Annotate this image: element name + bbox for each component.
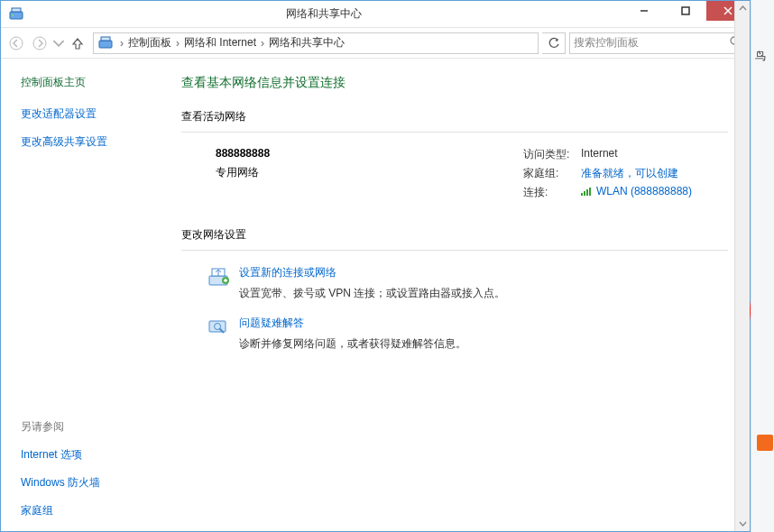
network-name: 888888888 — [216, 147, 270, 160]
sidebar-link-sharing[interactable]: 更改高级共享设置 — [21, 134, 181, 150]
svg-point-7 — [10, 37, 23, 50]
nav-back-button[interactable] — [5, 32, 27, 54]
chevron-right-icon: › — [117, 37, 126, 50]
breadcrumb-bar[interactable]: › 控制面板 › 网络和 Internet › 网络和共享中心 — [93, 32, 539, 54]
svg-rect-20 — [209, 321, 226, 332]
connection-name: WLAN (888888888) — [596, 185, 692, 197]
search-input[interactable]: 搜索控制面板 — [569, 32, 746, 54]
minimize-button[interactable] — [623, 1, 665, 21]
troubleshoot-link[interactable]: 问题疑难解答 — [239, 316, 466, 331]
svg-rect-13 — [581, 193, 583, 196]
background-orange-icon — [757, 435, 773, 451]
svg-rect-9 — [99, 41, 112, 48]
setup-connection-link[interactable]: 设置新的连接或网络 — [239, 265, 505, 280]
refresh-button[interactable] — [542, 32, 566, 54]
window-title: 网络和共享中心 — [24, 6, 623, 22]
network-type: 专用网络 — [216, 165, 270, 180]
titlebar: 网络和共享中心 — [1, 1, 750, 28]
search-placeholder: 搜索控制面板 — [574, 35, 639, 50]
breadcrumb-item[interactable]: 控制面板 — [126, 35, 173, 50]
chevron-right-icon: › — [258, 37, 267, 50]
sidebar-link-internet-options[interactable]: Internet 选项 — [21, 447, 181, 463]
chevron-right-icon: › — [173, 37, 182, 50]
svg-rect-14 — [584, 191, 585, 196]
sidebar: 控制面板主页 更改适配器设置 更改高级共享设置 另请参阅 Internet 选项… — [1, 59, 181, 531]
access-type-label: 访问类型: — [523, 147, 581, 162]
svg-rect-16 — [589, 188, 591, 196]
scroll-down-button[interactable] — [735, 516, 751, 531]
scroll-track[interactable] — [735, 16, 750, 516]
svg-rect-1 — [12, 8, 21, 12]
breadcrumb-item[interactable]: 网络和 Internet — [182, 35, 258, 50]
sidebar-link-adapter[interactable]: 更改适配器设置 — [21, 106, 181, 122]
connection-link[interactable]: WLAN (888888888) — [581, 185, 692, 200]
svg-point-8 — [33, 37, 46, 50]
active-network-block: 888888888 专用网络 访问类型: Internet 家庭组: 准备就绪，… — [181, 147, 728, 204]
body: 控制面板主页 更改适配器设置 更改高级共享设置 另请参阅 Internet 选项… — [1, 59, 750, 531]
svg-rect-10 — [101, 37, 110, 41]
wifi-signal-icon — [581, 187, 593, 199]
homegroup-label: 家庭组: — [523, 166, 581, 181]
setup-connection-desc: 设置宽带、拨号或 VPN 连接；或设置路由器或接入点。 — [239, 286, 505, 301]
toolbar: › 控制面板 › 网络和 Internet › 网络和共享中心 搜索控制面板 — [1, 28, 750, 59]
nav-up-button[interactable] — [67, 32, 88, 54]
page-heading: 查看基本网络信息并设置连接 — [181, 75, 728, 91]
troubleshoot-icon — [207, 316, 230, 339]
access-type-value: Internet — [581, 147, 618, 162]
sidebar-link-homegroup[interactable]: 家庭组 — [21, 503, 181, 518]
scroll-up-button[interactable] — [735, 1, 751, 16]
homegroup-link[interactable]: 准备就绪，可以创建 — [581, 166, 678, 181]
location-icon — [97, 35, 114, 51]
maximize-button[interactable] — [665, 1, 706, 21]
svg-rect-4 — [682, 7, 689, 14]
nav-forward-button[interactable] — [29, 32, 51, 54]
nav-recent-button[interactable] — [52, 32, 65, 54]
setup-connection-row: 设置新的连接或网络 设置宽带、拨号或 VPN 连接；或设置路由器或接入点。 — [207, 265, 728, 301]
troubleshoot-desc: 诊断并修复网络问题，或者获得疑难解答信息。 — [239, 336, 466, 352]
window-frame: 网络和共享中心 › 控制面板 › 网络和 Internet › — [0, 0, 751, 532]
sidebar-link-firewall[interactable]: Windows 防火墙 — [21, 475, 181, 491]
breadcrumb-item[interactable]: 网络和共享中心 — [267, 35, 346, 50]
app-icon — [8, 6, 24, 23]
window-controls — [623, 8, 750, 21]
control-panel-home-link[interactable]: 控制面板主页 — [21, 75, 181, 90]
svg-rect-15 — [586, 189, 588, 196]
see-also-title: 另请参阅 — [21, 419, 181, 435]
svg-point-2 — [12, 14, 14, 16]
active-networks-title: 查看活动网络 — [181, 109, 728, 124]
setup-connection-icon — [207, 265, 230, 289]
vertical-scrollbar[interactable] — [734, 1, 750, 531]
change-settings-title: 更改网络设置 — [181, 227, 728, 243]
troubleshoot-row: 问题疑难解答 诊断并修复网络问题，或者获得疑难解答信息。 — [207, 316, 728, 352]
background-text: 鸟 — [755, 49, 766, 64]
background-window-edge: 鸟 — [751, 0, 774, 532]
connection-label: 连接: — [523, 185, 581, 200]
main-content: 查看基本网络信息并设置连接 查看活动网络 888888888 专用网络 访问类型… — [181, 59, 750, 531]
